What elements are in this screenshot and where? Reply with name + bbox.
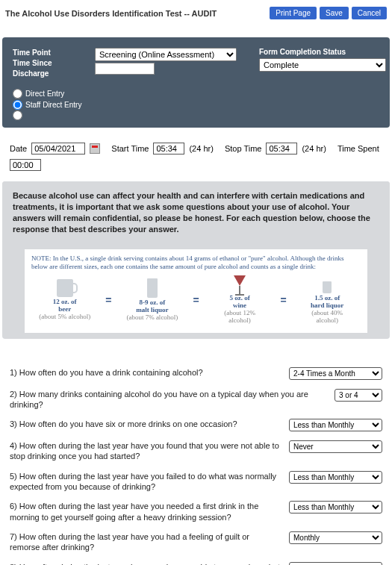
question-row: 7) How often during the last year have y… — [10, 527, 382, 558]
time-spent-input[interactable] — [10, 159, 41, 171]
q7-answer[interactable]: Monthly — [289, 531, 382, 544]
q8-text: 8) How often during the last year have y… — [10, 562, 281, 566]
drink-sub: (about 5% alcohol) — [39, 313, 90, 321]
header-buttons: Print Page Save Cancel — [270, 7, 387, 19]
label-line: Time Point — [13, 48, 80, 58]
page-header: The Alcohol Use Disorders Identification… — [2, 2, 390, 22]
q2-text: 2) How many drinks containing alcohol do… — [10, 389, 327, 411]
q2-answer[interactable]: 3 or 4 — [335, 389, 382, 402]
q6-answer[interactable]: Less than Monthly — [289, 501, 382, 514]
q1-text: 1) How often do you have a drink contain… — [10, 367, 281, 378]
q7-text: 7) How often during the last year have y… — [10, 531, 281, 553]
calendar-icon[interactable] — [90, 143, 100, 154]
start-time-input[interactable] — [153, 143, 184, 154]
drink-reference: NOTE: In the U.S., a single drink servin… — [25, 249, 367, 332]
stop-time-label: Stop Time — [225, 144, 262, 153]
instruction-block: Because alcohol use can affect your heal… — [2, 181, 390, 339]
time-point-select[interactable]: Screening (Online Assessment) — [95, 48, 237, 61]
liquor-icon — [323, 281, 332, 293]
q8-answer[interactable]: Less than Monthly — [289, 562, 382, 566]
drink-sub: (about 7% alcohol) — [126, 314, 178, 322]
wine-icon — [234, 275, 246, 286]
question-row: 5) How often during the last year have y… — [10, 466, 382, 497]
time-point-label: Time Point Time Since Discharge — [13, 48, 80, 79]
question-row: 1) How often do you have a drink contain… — [10, 363, 382, 384]
save-button[interactable]: Save — [320, 7, 349, 19]
completion-status: Form Completion Status Complete — [259, 48, 386, 72]
drink-malt: 8-9 oz. of malt liquor (about 7% alcohol… — [126, 278, 178, 322]
drink-liquor: 1.5 oz. of hard liquor (about 40% alcoho… — [301, 275, 353, 325]
q4-answer[interactable]: Never — [289, 440, 382, 453]
malt-icon — [147, 278, 158, 298]
radio-direct-entry[interactable] — [13, 89, 22, 99]
q5-answer[interactable]: Less than Monthly — [289, 471, 382, 484]
radio-label: Direct Entry — [25, 88, 64, 99]
cancel-button[interactable]: Cancel — [352, 7, 387, 19]
time-row: Date Start Time (24 hr) Stop Time (24 hr… — [2, 128, 390, 181]
beer-icon — [57, 279, 73, 297]
completion-select[interactable]: Complete — [259, 58, 386, 72]
start-time-label: Start Time — [111, 144, 149, 153]
q5-text: 5) How often during the last year have y… — [10, 471, 281, 493]
completion-label: Form Completion Status — [259, 48, 386, 56]
label-line: Discharge — [13, 69, 80, 79]
time-point-controls: Screening (Online Assessment) — [95, 48, 244, 75]
question-row: 3) How often do you have six or more dri… — [10, 414, 382, 436]
print-button[interactable]: Print Page — [270, 7, 317, 19]
drink-beer: 12 oz. of beer (about 5% alcohol) — [39, 279, 91, 321]
radio-empty[interactable] — [13, 110, 22, 120]
time-spent-label: Time Spent — [337, 144, 379, 153]
equals-icon: = — [105, 294, 111, 306]
drinks-row: 12 oz. of beer (about 5% alcohol) = 8-9 … — [31, 275, 361, 325]
equals-icon: = — [281, 294, 287, 306]
instruction-text: Because alcohol use can affect your heal… — [2, 181, 390, 243]
question-row: 2) How many drinks containing alcohol do… — [10, 384, 382, 415]
q4-text: 4) How often during the last year have y… — [10, 440, 281, 462]
question-row: 6) How often during the last year have y… — [10, 496, 382, 527]
q3-answer[interactable]: Less than Monthly — [289, 419, 382, 431]
radio-staff-direct-entry[interactable] — [13, 100, 22, 110]
drink-sub: (about 40% alcohol) — [301, 310, 353, 325]
stop-hint: (24 hr) — [302, 144, 326, 153]
start-hint: (24 hr) — [189, 144, 213, 153]
time-since-input[interactable] — [95, 63, 155, 75]
date-label: Date — [10, 144, 27, 153]
label-line: Time Since — [13, 58, 80, 69]
q1-answer[interactable]: 2-4 Times a Month — [289, 367, 382, 380]
q6-text: 6) How often during the last year have y… — [10, 501, 281, 522]
drink-note: NOTE: In the U.S., a single drink servin… — [31, 255, 361, 271]
radio-label: Staff Direct Entry — [25, 99, 81, 110]
drink-wine: 5 oz. of wine (about 12% alcohol) — [214, 275, 266, 325]
stop-time-input[interactable] — [266, 143, 297, 154]
q3-text: 3) How often do you have six or more dri… — [10, 419, 281, 429]
equals-icon: = — [193, 294, 199, 306]
entry-mode-radios: Direct Entry Staff Direct Entry — [13, 88, 379, 120]
drink-sub: (about 12% alcohol) — [214, 310, 266, 325]
questions-block: 1) How often do you have a drink contain… — [2, 340, 390, 565]
page-title: The Alcohol Use Disorders Identification… — [5, 9, 217, 18]
question-row: 4) How often during the last year have y… — [10, 436, 382, 466]
form-meta-block: Time Point Time Since Discharge Screenin… — [2, 37, 390, 128]
date-input[interactable] — [31, 143, 85, 154]
question-row: 8) How often during the last year have y… — [10, 558, 382, 566]
